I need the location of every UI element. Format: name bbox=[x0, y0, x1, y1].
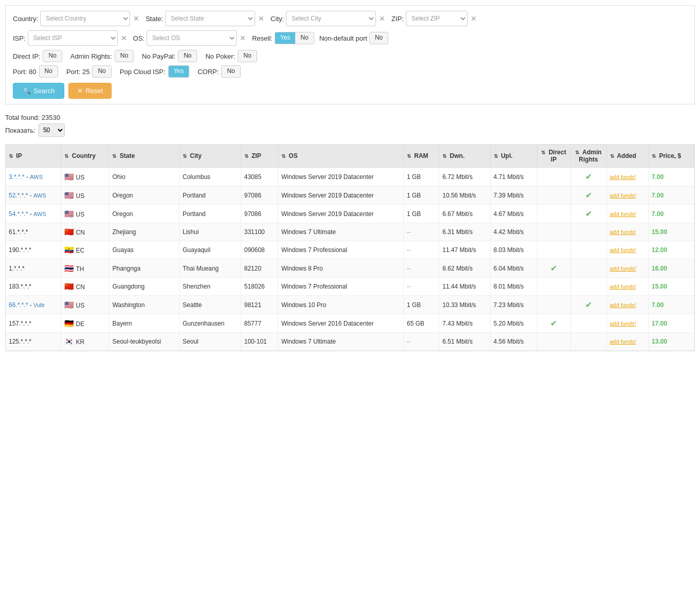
cell-direct-ip: ✔ bbox=[537, 314, 570, 333]
cell-admin-rights: ✔ bbox=[570, 186, 606, 205]
port80-no[interactable]: No bbox=[40, 66, 58, 77]
add-funds-link[interactable]: add funds! bbox=[610, 283, 636, 290]
col-upl[interactable]: ⇅ Upl. bbox=[490, 145, 537, 168]
ip-link[interactable]: 66.*.*.* bbox=[9, 301, 28, 309]
search-button[interactable]: 🔍 Search bbox=[13, 83, 64, 99]
add-funds-link[interactable]: add funds! bbox=[610, 320, 636, 327]
add-funds-link[interactable]: add funds! bbox=[610, 211, 636, 217]
cell-added: add funds! bbox=[606, 223, 649, 241]
no-paypal-label: No PayPal: bbox=[142, 52, 175, 60]
cell-state: Seoul-teukbyeolsi bbox=[109, 333, 180, 351]
isp-select[interactable]: Select ISP bbox=[28, 30, 118, 46]
add-funds-link[interactable]: add funds! bbox=[610, 338, 636, 345]
ip-link[interactable]: 3.*.*.* bbox=[9, 173, 25, 181]
admin-rights-toggle[interactable]: No bbox=[115, 50, 134, 62]
country-clear-button[interactable]: ✕ bbox=[132, 14, 140, 23]
nondefault-label: Non-default port bbox=[319, 34, 367, 42]
add-funds-link[interactable]: add funds! bbox=[610, 247, 636, 253]
resell-yes[interactable]: Yes bbox=[275, 32, 296, 44]
reset-button[interactable]: ✕ Reset bbox=[68, 83, 112, 99]
ip-link[interactable]: 54.*.*.* bbox=[9, 210, 28, 218]
col-ip[interactable]: ⇅ IP bbox=[6, 145, 61, 168]
col-country[interactable]: ⇅ Country bbox=[61, 145, 109, 168]
provider-link[interactable]: AWS bbox=[33, 211, 46, 217]
state-select[interactable]: Select State bbox=[165, 11, 255, 26]
city-select[interactable]: Select City bbox=[286, 11, 376, 26]
cell-os: Windows Server 2016 Datacenter bbox=[278, 314, 404, 333]
col-added[interactable]: ⇅ Added bbox=[606, 145, 649, 168]
country-code: DE bbox=[76, 320, 84, 328]
cell-admin-rights bbox=[570, 259, 606, 278]
add-funds-link[interactable]: add funds! bbox=[610, 265, 636, 272]
show-select[interactable]: 50 100 200 bbox=[39, 123, 65, 137]
direct-ip-toggle[interactable]: No bbox=[43, 50, 62, 62]
isp-label: ISP: bbox=[13, 34, 26, 42]
zip-select[interactable]: Select ZIP bbox=[406, 11, 468, 26]
ip-text: 183.*.*.* bbox=[9, 283, 31, 290]
cell-country: 🇩🇪DE bbox=[61, 314, 109, 333]
show-label: Показать: bbox=[5, 127, 35, 134]
cell-ram: 1 GB bbox=[403, 168, 439, 186]
col-zip[interactable]: ⇅ ZIP bbox=[241, 145, 278, 168]
cell-price: 17.00 bbox=[649, 314, 694, 333]
no-paypal-no[interactable]: No bbox=[178, 50, 196, 62]
col-state[interactable]: ⇅ State bbox=[109, 145, 180, 168]
country-select[interactable]: Select Country bbox=[40, 11, 130, 26]
port25-toggle[interactable]: No bbox=[92, 65, 111, 78]
cell-zip: 97086 bbox=[241, 186, 278, 205]
resell-toggle[interactable]: Yes No bbox=[275, 32, 314, 44]
country-flag: 🇪🇨 bbox=[64, 245, 74, 254]
price-value: 13.00 bbox=[652, 338, 667, 345]
cell-ram: -- bbox=[403, 278, 439, 296]
col-admin-rights[interactable]: ⇅ Admin Rights bbox=[570, 145, 606, 168]
cell-ip: 157.*.*.* bbox=[6, 314, 61, 333]
provider-link[interactable]: AWS bbox=[33, 192, 46, 199]
pop-cloud-toggle[interactable]: Yes bbox=[168, 65, 190, 78]
col-direct-ip[interactable]: ⇅ Direct IP bbox=[537, 145, 570, 168]
cell-zip: 97086 bbox=[241, 205, 278, 223]
ip-text: 157.*.*.* bbox=[9, 320, 31, 327]
provider-link[interactable]: AWS bbox=[30, 174, 43, 180]
resell-no[interactable]: No bbox=[295, 32, 313, 44]
ip-link[interactable]: 52.*.*.* bbox=[9, 192, 28, 199]
cell-admin-rights bbox=[570, 314, 606, 333]
add-funds-link[interactable]: add funds! bbox=[610, 229, 636, 235]
provider-link[interactable]: Vultr bbox=[33, 302, 45, 308]
cell-dwn: 6.72 Mbit/s bbox=[439, 168, 490, 186]
os-select[interactable]: Select OS bbox=[147, 30, 237, 46]
os-clear-button[interactable]: ✕ bbox=[239, 34, 247, 42]
cell-city: Shenzhen bbox=[180, 278, 241, 296]
no-poker-toggle[interactable]: No bbox=[238, 50, 257, 62]
zip-clear-button[interactable]: ✕ bbox=[470, 14, 478, 23]
corp-toggle[interactable]: No bbox=[221, 65, 240, 78]
isp-clear-button[interactable]: ✕ bbox=[120, 34, 128, 42]
cell-ram: 1 GB bbox=[403, 186, 439, 205]
col-city[interactable]: ⇅ City bbox=[180, 145, 241, 168]
cell-zip: 100-101 bbox=[241, 333, 278, 351]
col-os[interactable]: ⇅ OS bbox=[278, 145, 404, 168]
admin-rights-no[interactable]: No bbox=[115, 50, 133, 62]
state-clear-button[interactable]: ✕ bbox=[257, 14, 265, 23]
cell-ram: -- bbox=[403, 259, 439, 278]
cell-ip: 3.*.*.* - AWS bbox=[6, 168, 61, 186]
corp-no[interactable]: No bbox=[222, 66, 240, 77]
col-ram[interactable]: ⇅ RAM bbox=[403, 145, 439, 168]
no-poker-no[interactable]: No bbox=[238, 50, 256, 62]
col-price[interactable]: ⇅ Price, $ bbox=[649, 145, 694, 168]
nondefault-no[interactable]: No bbox=[370, 32, 388, 44]
city-clear-button[interactable]: ✕ bbox=[378, 14, 386, 23]
port80-toggle[interactable]: No bbox=[39, 65, 58, 78]
nondefault-toggle[interactable]: No bbox=[369, 32, 388, 44]
price-value: 15.00 bbox=[652, 228, 667, 236]
pop-cloud-yes[interactable]: Yes bbox=[169, 66, 189, 77]
col-dwn[interactable]: ⇅ Dwn. bbox=[439, 145, 490, 168]
port25-no[interactable]: No bbox=[93, 66, 111, 77]
direct-ip-no[interactable]: No bbox=[43, 50, 61, 62]
cell-ram: 65 GB bbox=[403, 314, 439, 333]
cell-state: Bayern bbox=[109, 314, 180, 333]
add-funds-link[interactable]: add funds! bbox=[610, 192, 636, 199]
no-paypal-toggle[interactable]: No bbox=[178, 50, 197, 62]
cell-city: Gunzenhausen bbox=[180, 314, 241, 333]
add-funds-link[interactable]: add funds! bbox=[610, 302, 636, 308]
add-funds-link[interactable]: add funds! bbox=[610, 174, 636, 180]
